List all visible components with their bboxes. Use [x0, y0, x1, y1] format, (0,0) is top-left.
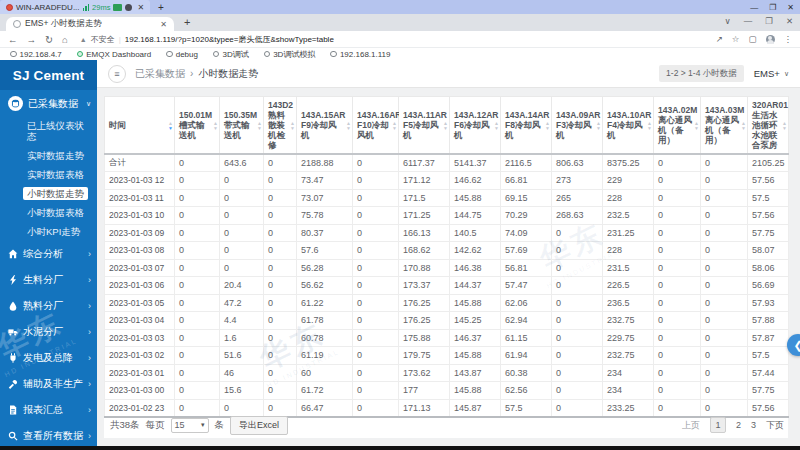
sidebar-item-4[interactable]: 发电及总降›	[0, 345, 97, 371]
page-size-select[interactable]: 15 ▾	[171, 418, 209, 433]
sidebar-subitem-1[interactable]: 实时数据走势	[0, 146, 97, 165]
sidebar-item-3[interactable]: 水泥分厂›	[0, 319, 97, 345]
bookmark-star-icon[interactable]: ☆	[732, 34, 740, 44]
breadcrumb-parent[interactable]: 已采集数据	[135, 67, 185, 81]
sort-icon[interactable]: ▲▼	[392, 121, 397, 130]
tab-search-chevron-icon[interactable]: ∨	[725, 16, 731, 26]
column-header-6[interactable]: 143A.11ARF5冷却风机▲▼	[399, 97, 450, 155]
column-name: F8冷却风机	[505, 120, 543, 140]
sidebar-group-collected-data[interactable]: 已采集数据 ∨	[0, 90, 97, 116]
column-header-5[interactable]: 143A.16ARF10冷却风机▲▼	[353, 97, 399, 155]
browser-minimize-icon[interactable]: —	[744, 16, 753, 26]
data-cell: 0	[701, 172, 748, 190]
sort-icon[interactable]: ▲▼	[290, 121, 295, 130]
browser-menu-icon[interactable]: ⋮	[784, 34, 793, 44]
sidebar-subitem-4[interactable]: 小时数据表格	[0, 203, 97, 222]
browser-tab[interactable]: EMS+ 小时数据走势 ✕	[6, 17, 174, 31]
data-cell: 231.5	[603, 259, 654, 277]
browser-maximize-icon[interactable]: ❐	[765, 16, 773, 26]
remote-tab-close-icon[interactable]: ✕	[137, 3, 144, 12]
sort-icon[interactable]: ▲▼	[545, 121, 550, 130]
sort-icon[interactable]: ▲▼	[494, 121, 499, 130]
hamburger-icon[interactable]: ≡	[108, 65, 126, 83]
url-text: 192.168.1.119/?p=1020&typee=磨头低压&showTyp…	[125, 34, 334, 45]
reload-icon[interactable]: ↻	[45, 34, 53, 45]
column-header-0[interactable]: 时间▲▼	[105, 97, 175, 155]
sidebar-subitem-2[interactable]: 实时数据表格	[0, 165, 97, 184]
column-header-1[interactable]: 150.01M槽式输送机▲▼	[175, 97, 220, 155]
column-header-12[interactable]: 143A.03M离心通风机（备用）▲▼	[701, 97, 748, 155]
data-cell: 0	[701, 364, 748, 382]
chevron-right-icon: ›	[88, 302, 91, 310]
maximize-icon[interactable]: ❐	[769, 3, 776, 12]
session-options-icon[interactable]	[125, 4, 132, 11]
share-icon[interactable]: ↗	[716, 34, 723, 44]
sort-icon[interactable]: ▲▼	[346, 121, 351, 130]
sidebar-subitem-3[interactable]: 小时数据走势	[0, 184, 97, 203]
profile-avatar[interactable]	[766, 35, 775, 44]
sidebar-item-0[interactable]: 综合分析›	[0, 241, 97, 267]
column-header-9[interactable]: 143A.09ARF3冷却风机▲▼	[552, 97, 603, 155]
sidebar-item-2[interactable]: 熟料分厂›	[0, 293, 97, 319]
sidebar-subitem-0[interactable]: 已上线仪表状态	[0, 116, 97, 146]
sort-icon[interactable]: ▲▼	[782, 121, 787, 130]
sidebar-item-5[interactable]: 辅助及非生产›	[0, 371, 97, 397]
bookmark-item[interactable]: 192.168.1.119	[330, 50, 390, 59]
column-header-2[interactable]: 150.35M带式输送机▲▼	[220, 97, 264, 155]
data-cell: 6117.37	[399, 154, 450, 172]
column-header-13[interactable]: 320AR01生活水池循环水池联合泵房▲▼	[748, 97, 789, 155]
remote-new-tab-button[interactable]: +	[158, 2, 164, 13]
bookmark-item[interactable]: debug	[166, 50, 198, 59]
bookmark-item[interactable]: 3D调试	[213, 49, 249, 60]
subitem-label: 已上线仪表状态	[23, 119, 97, 143]
sort-icon[interactable]: ▲▼	[168, 121, 173, 130]
ems-menu[interactable]: EMS+ ∨	[754, 68, 789, 79]
sort-icon[interactable]: ▲▼	[741, 121, 746, 130]
column-header-3[interactable]: 143D2熟料散装机检修▲▼	[264, 97, 297, 155]
data-cell: 80.37	[297, 224, 353, 242]
next-page-button[interactable]: 下页	[766, 419, 784, 432]
page-button-3[interactable]: 3	[751, 420, 756, 430]
data-cell: 145.88	[450, 294, 501, 312]
sidebar-item-7[interactable]: 查看所有数据›	[0, 423, 97, 446]
hd-mode-icon[interactable]	[113, 4, 122, 11]
bookmark-item[interactable]: 3D调试模拟	[264, 49, 316, 60]
prev-page-button[interactable]: 上页	[682, 419, 700, 432]
remote-session-tab[interactable]: WIN-ARADFDU... 29ms ✕	[0, 0, 150, 14]
table-header-row: 时间▲▼150.01M槽式输送机▲▼150.35M带式输送机▲▼143D2熟料散…	[105, 97, 789, 155]
page-button-1[interactable]: 1	[710, 417, 726, 433]
minimize-icon[interactable]: —	[750, 3, 758, 12]
column-header-11[interactable]: 143A.02M离心通风机（备用）▲▼	[654, 97, 701, 155]
new-tab-button[interactable]: +	[184, 16, 190, 28]
column-header-7[interactable]: 143A.12ARF6冷却风机▲▼	[450, 97, 501, 155]
data-cell: 56.81	[501, 259, 552, 277]
browser-close-icon[interactable]: ✕	[786, 16, 793, 26]
sort-desc-icon: ▼	[545, 125, 550, 130]
column-code: 143D2	[268, 100, 288, 110]
back-icon[interactable]: ←	[8, 34, 18, 45]
address-bar[interactable]: ▲ 不安全 | 192.168.1.119/?p=1020&typee=磨头低压…	[77, 34, 707, 45]
sort-icon[interactable]: ▲▼	[694, 121, 699, 130]
column-header-8[interactable]: 143A.14ARF8冷却风机▲▼	[501, 97, 552, 155]
sidebar-item-1[interactable]: 生料分厂›	[0, 267, 97, 293]
sidebar-subitem-5[interactable]: 小时KPI走势	[0, 222, 97, 241]
sort-icon[interactable]: ▲▼	[596, 121, 601, 130]
sort-icon[interactable]: ▲▼	[213, 121, 218, 130]
home-icon[interactable]: ⌂	[62, 34, 68, 45]
sort-icon[interactable]: ▲▼	[443, 121, 448, 130]
sort-icon[interactable]: ▲▼	[257, 121, 262, 130]
bookmark-item[interactable]: 192.168.4.7	[10, 50, 62, 59]
tab-close-icon[interactable]: ✕	[160, 20, 167, 29]
export-excel-button[interactable]: 导出Excel	[230, 416, 288, 435]
forward-icon[interactable]: →	[27, 34, 37, 45]
sidebar-item-6[interactable]: 报表汇总›	[0, 397, 97, 423]
sort-icon[interactable]: ▲▼	[647, 121, 652, 130]
side-panel-icon[interactable]: ▢	[748, 34, 756, 44]
close-icon[interactable]: ✕	[787, 3, 794, 12]
column-header-10[interactable]: 143A.10ARF4冷却风机▲▼	[603, 97, 654, 155]
page-button-2[interactable]: 2	[736, 420, 741, 430]
column-code: 143A.15AR	[301, 110, 344, 120]
bookmark-item[interactable]: EMQX Dashboard	[77, 50, 151, 59]
range-badge[interactable]: 1-2 > 1-4 小时数据	[659, 65, 744, 82]
column-header-4[interactable]: 143A.15ARF9冷却风机▲▼	[297, 97, 353, 155]
